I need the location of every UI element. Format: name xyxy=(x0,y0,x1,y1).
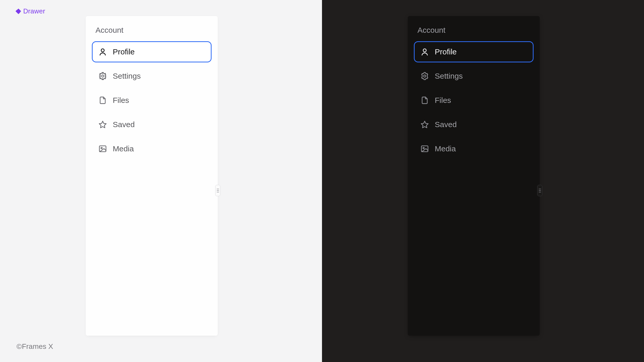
svg-point-6 xyxy=(424,75,426,77)
drawer-item-profile[interactable]: Profile xyxy=(414,41,534,62)
drawer-resize-handle[interactable] xyxy=(537,185,542,196)
drawer-item-files[interactable]: Files xyxy=(92,90,212,111)
drawer-section-title: Account xyxy=(417,26,534,35)
copyright-text: ©Frames X xyxy=(17,342,53,351)
file-icon xyxy=(420,96,429,105)
drawer-item-saved[interactable]: Saved xyxy=(414,114,534,135)
user-icon xyxy=(98,47,107,56)
drawer-item-label: Saved xyxy=(435,120,457,129)
drawer-item-label: Files xyxy=(113,96,129,105)
drawer-item-label: Media xyxy=(435,144,456,153)
file-icon xyxy=(98,96,107,105)
svg-point-9 xyxy=(423,147,424,149)
drawer-item-label: Files xyxy=(435,96,451,105)
image-icon xyxy=(98,144,107,153)
image-icon xyxy=(420,144,429,153)
drawer-panel-dark: Account Profile Settings Files xyxy=(408,16,540,336)
user-icon xyxy=(420,47,429,56)
drawer-item-label: Settings xyxy=(435,72,463,80)
svg-marker-2 xyxy=(99,121,106,128)
drawer-item-media[interactable]: Media xyxy=(92,138,212,159)
drawer-items: Profile Settings Files Saved xyxy=(414,41,534,159)
drawer-item-saved[interactable]: Saved xyxy=(92,114,212,135)
svg-point-5 xyxy=(423,49,426,52)
star-icon xyxy=(98,120,107,129)
dark-theme-preview: Account Profile Settings Files xyxy=(322,0,644,362)
svg-point-4 xyxy=(101,147,102,149)
light-theme-preview: Drawer ©Frames X Account Profile Setting… xyxy=(0,0,322,362)
gear-icon xyxy=(98,72,107,80)
drawer-item-media[interactable]: Media xyxy=(414,138,534,159)
svg-point-0 xyxy=(101,49,104,52)
gear-icon xyxy=(420,72,429,80)
star-icon xyxy=(420,120,429,129)
drawer-item-files[interactable]: Files xyxy=(414,90,534,111)
drawer-resize-handle[interactable] xyxy=(215,185,220,196)
diamond-icon xyxy=(16,9,21,14)
drawer-item-label: Media xyxy=(113,144,134,153)
drawer-item-label: Profile xyxy=(435,47,457,56)
svg-marker-7 xyxy=(421,121,428,128)
drawer-item-profile[interactable]: Profile xyxy=(92,41,212,62)
drawer-item-label: Settings xyxy=(113,72,141,80)
component-label-text: Drawer xyxy=(23,7,45,15)
component-label: Drawer xyxy=(16,7,45,15)
svg-point-1 xyxy=(102,75,104,77)
drawer-panel-light: Account Profile Settings xyxy=(86,16,218,336)
drawer-item-settings[interactable]: Settings xyxy=(92,65,212,87)
drawer-item-label: Saved xyxy=(113,120,135,129)
drawer-items: Profile Settings Files xyxy=(92,41,212,159)
drawer-section-title: Account xyxy=(95,26,212,35)
drawer-item-label: Profile xyxy=(113,47,135,56)
drawer-item-settings[interactable]: Settings xyxy=(414,65,534,87)
